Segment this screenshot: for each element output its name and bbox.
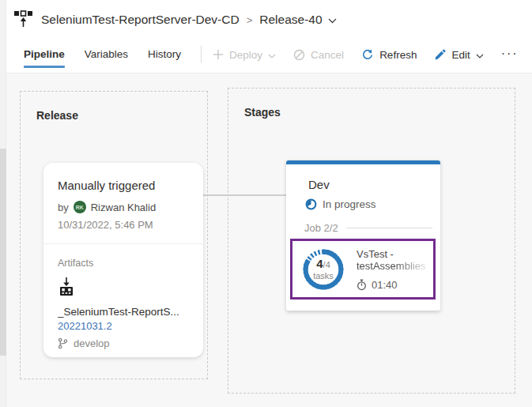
- tab-toolbar: Pipeline Variables History Deploy Cancel: [6, 40, 532, 73]
- author-name: Rizwan Khalid: [91, 202, 156, 213]
- stage-status-text: In progress: [323, 198, 376, 210]
- tab-pipeline[interactable]: Pipeline: [24, 45, 65, 68]
- pipeline-canvas: Release Manually triggered by RK Rizwan …: [6, 73, 532, 407]
- refresh-icon: [361, 48, 374, 61]
- chevron-down-icon: [328, 13, 337, 27]
- chevron-down-icon: [476, 49, 484, 61]
- page-header: SeleniumTest-ReportServer-Dev-CD > Relea…: [6, 0, 532, 40]
- tasks-completed: 4: [316, 257, 323, 270]
- task-highlight-box[interactable]: 4/4 tasks VsTest - testAssemblies: [290, 239, 436, 300]
- breadcrumb-separator: >: [247, 14, 253, 26]
- refresh-label: Refresh: [379, 49, 417, 61]
- job-divider-line: [346, 228, 432, 228]
- trigger-date: 10/31/2022, 5:46 PM: [58, 219, 189, 231]
- release-pipeline-icon: [13, 10, 33, 29]
- cancel-button[interactable]: Cancel: [293, 49, 344, 64]
- stages-panel-title: Stages: [244, 106, 515, 119]
- branch-name[interactable]: develop: [74, 337, 110, 349]
- tasks-total: /4: [323, 260, 330, 269]
- task-name-line1: VsTest -: [357, 248, 425, 260]
- task-progress-ring: 4/4 tasks: [301, 247, 345, 292]
- stopwatch-icon: [357, 279, 367, 291]
- trigger-label: Manually triggered: [58, 179, 189, 192]
- cancel-icon: [293, 49, 305, 61]
- more-options-button[interactable]: ···: [501, 47, 519, 66]
- task-duration: 01:40: [372, 279, 398, 291]
- left-scrollbar: [0, 0, 6, 407]
- tab-variables[interactable]: Variables: [85, 45, 128, 68]
- release-name: Release-40: [259, 13, 322, 27]
- deploy-button[interactable]: Deploy: [213, 49, 276, 64]
- release-panel-title: Release: [36, 109, 207, 122]
- edit-pencil-icon: [434, 49, 446, 61]
- deploy-label: Deploy: [229, 49, 262, 61]
- stage-status-bar: [286, 160, 440, 164]
- edit-button[interactable]: Edit: [434, 49, 483, 64]
- release-card[interactable]: Manually triggered by RK Rizwan Khalid 1…: [43, 163, 203, 357]
- stage-name: Dev: [308, 178, 440, 191]
- chevron-down-icon: [268, 49, 276, 61]
- pipeline-name: SeleniumTest-ReportServer-Dev-CD: [41, 13, 240, 27]
- artifacts-label: Artifacts: [58, 258, 189, 269]
- tasks-label: tasks: [313, 271, 334, 281]
- scrollbar-thumb[interactable]: [0, 149, 6, 356]
- release-pipeline-page: SeleniumTest-ReportServer-Dev-CD > Relea…: [0, 0, 532, 407]
- edit-label: Edit: [451, 49, 470, 61]
- toolbar-divider: [201, 46, 202, 63]
- task-name-line2: testAssemblies: [357, 260, 425, 272]
- branch-icon: [58, 337, 68, 349]
- release-selector[interactable]: Release-40: [259, 13, 336, 27]
- cancel-label: Cancel: [311, 49, 344, 61]
- plus-icon: [213, 49, 224, 60]
- artifact-version-link[interactable]: 20221031.2: [58, 320, 189, 332]
- card-divider: [43, 243, 203, 244]
- in-progress-icon: [305, 198, 317, 210]
- by-label: by: [58, 202, 69, 213]
- refresh-button[interactable]: Refresh: [361, 48, 417, 64]
- tab-history[interactable]: History: [148, 45, 181, 68]
- stage-card-dev[interactable]: Dev In progress Job 2/2: [286, 160, 440, 311]
- artifact-package-icon: [58, 277, 189, 301]
- avatar: RK: [74, 201, 86, 213]
- artifact-name: _SeleniumTest-ReportS...: [58, 306, 189, 318]
- job-label: Job 2/2: [304, 222, 338, 234]
